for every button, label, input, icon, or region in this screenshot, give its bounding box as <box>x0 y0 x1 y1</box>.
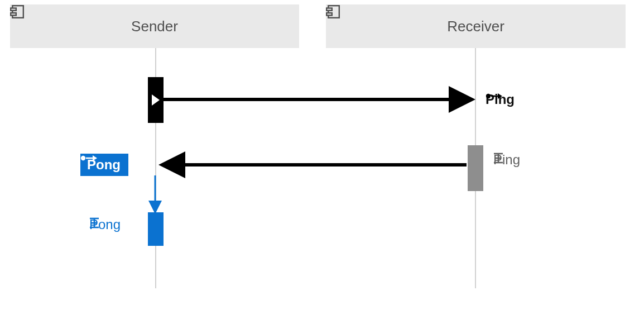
svg-rect-1 <box>11 8 16 11</box>
message-text: Ping <box>493 152 520 168</box>
message-label-pong-send-selected[interactable]: Pong <box>80 154 128 176</box>
play-icon <box>152 94 160 106</box>
message-text: Pong <box>87 157 121 173</box>
component-icon <box>10 4 25 19</box>
activation-sender-pong <box>148 212 164 246</box>
svg-rect-0 <box>12 6 23 18</box>
participant-label: Sender <box>131 18 178 35</box>
svg-rect-2 <box>11 13 16 15</box>
message-label-pong-recv: Pong <box>89 217 121 232</box>
message-text: Ping <box>486 92 515 107</box>
component-icon <box>326 4 340 19</box>
message-text: Pong <box>89 217 121 232</box>
sequence-diagram: Sender Receiver <box>0 0 644 333</box>
message-label-ping-recv: Ping <box>493 152 520 168</box>
message-label-ping-send: Ping <box>486 92 515 107</box>
participant-header-sender: Sender <box>10 4 299 48</box>
activation-receiver <box>468 145 483 191</box>
svg-rect-3 <box>328 6 339 18</box>
participant-label: Receiver <box>447 18 504 35</box>
svg-rect-5 <box>326 13 332 15</box>
svg-rect-4 <box>326 8 332 11</box>
svg-point-18 <box>81 156 85 160</box>
activation-sender-start <box>148 77 164 123</box>
participant-header-receiver: Receiver <box>326 4 626 48</box>
